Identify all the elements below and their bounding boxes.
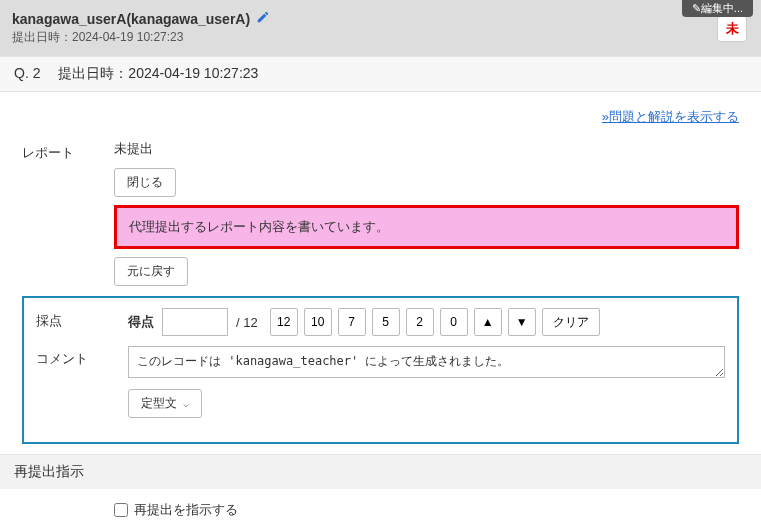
comment-label: コメント (36, 346, 128, 368)
header: kanagawa_userA(kanagawa_userA) 提出日時：2024… (0, 0, 761, 56)
preset-2-button[interactable]: 2 (406, 308, 434, 336)
q-submit-time: 2024-04-19 10:27:23 (128, 65, 258, 81)
header-subtitle: 提出日時：2024-04-19 10:27:23 (12, 29, 749, 46)
submit-time: 2024-04-19 10:27:23 (72, 30, 183, 44)
template-button-label: 定型文 (141, 395, 177, 412)
resubmit-checkbox[interactable] (114, 503, 128, 517)
user-display: kanagawa_userA(kanagawa_userA) (12, 11, 250, 27)
header-title: kanagawa_userA(kanagawa_userA) (12, 10, 270, 27)
revert-button[interactable]: 元に戻す (114, 257, 188, 286)
score-label: 得点 (128, 313, 154, 331)
edit-icon[interactable] (256, 10, 270, 27)
comment-textarea[interactable] (128, 346, 725, 378)
grading-box: 採点 得点 / 12 12 10 7 5 2 0 ▲ ▼ クリア (22, 296, 739, 444)
question-number: Q. 2 (14, 65, 40, 81)
max-score: / 12 (236, 315, 258, 330)
q-submit-label: 提出日時： (58, 65, 128, 81)
close-button[interactable]: 閉じる (114, 168, 176, 197)
preset-12-button[interactable]: 12 (270, 308, 298, 336)
score-up-button[interactable]: ▲ (474, 308, 502, 336)
report-status: 未提出 (114, 140, 739, 158)
report-content-area[interactable]: 代理提出するレポート内容を書いています。 (114, 205, 739, 249)
question-bar: Q. 2 提出日時：2024-04-19 10:27:23 (0, 56, 761, 92)
preset-0-button[interactable]: 0 (440, 308, 468, 336)
grading-label: 採点 (36, 308, 128, 330)
explanation-link-row: »問題と解説を表示する (22, 102, 739, 140)
show-explanation-link[interactable]: »問題と解説を表示する (602, 109, 739, 124)
preset-5-button[interactable]: 5 (372, 308, 400, 336)
clear-button[interactable]: クリア (542, 308, 600, 336)
score-input[interactable] (162, 308, 228, 336)
report-label: レポート (22, 140, 114, 162)
preset-7-button[interactable]: 7 (338, 308, 366, 336)
template-button[interactable]: 定型文 ⌵ (128, 389, 202, 418)
chevron-down-icon: ⌵ (183, 398, 189, 409)
preset-10-button[interactable]: 10 (304, 308, 332, 336)
resubmit-checkbox-label: 再提出を指示する (134, 501, 238, 519)
editing-indicator: ✎編集中... (682, 0, 753, 17)
status-badge: 未 (717, 16, 747, 42)
submit-label: 提出日時： (12, 30, 72, 44)
score-down-button[interactable]: ▼ (508, 308, 536, 336)
resubmit-section-title: 再提出指示 (0, 454, 761, 489)
